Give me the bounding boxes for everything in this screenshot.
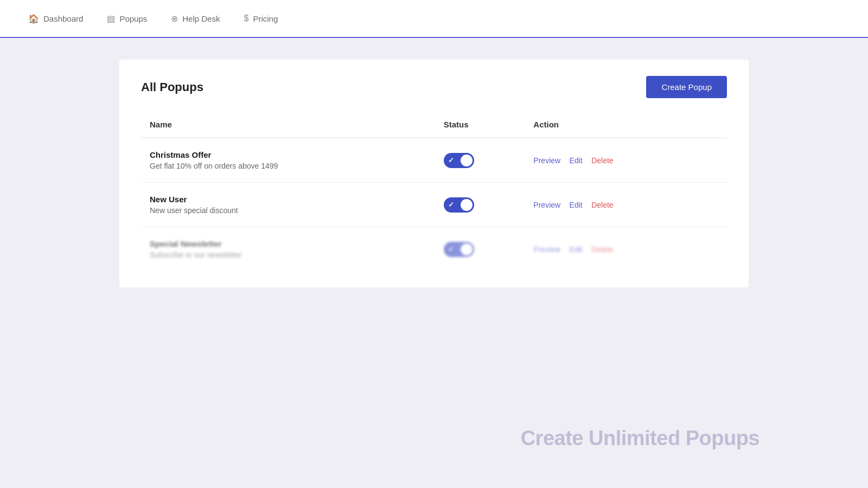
nav-item-dashboard[interactable]: 🏠 Dashboard [16, 0, 95, 37]
toggle-track: ✓ [444, 153, 474, 168]
popup-action-cell: Preview Edit Delete [525, 138, 727, 183]
toggle-thumb [461, 199, 473, 211]
main-content: All Popups Create Popup Name Status Acti… [0, 38, 868, 488]
upsell-text: Create Unlimited Popups [521, 427, 760, 450]
nav-label-pricing: Pricing [253, 14, 278, 23]
popup-description: Get flat 10% off on orders above 1499 [150, 162, 435, 170]
popup-name: New User [150, 195, 435, 204]
toggle-check-icon: ✓ [448, 156, 454, 164]
popup-description: Subscribe to our newsletter [150, 251, 435, 259]
table-row: Christmas Offer Get flat 10% off on orde… [141, 138, 727, 183]
preview-button[interactable]: Preview [533, 156, 560, 165]
popup-status-cell: ✓ [444, 183, 525, 227]
toggle-check-icon: ✓ [448, 201, 454, 209]
popup-status-cell: ✓ [444, 138, 525, 183]
nav-item-popups[interactable]: ▤ Popups [95, 0, 159, 37]
status-toggle[interactable]: ✓ [444, 153, 474, 168]
popup-name: Christmas Offer [150, 150, 435, 159]
delete-button[interactable]: Delete [591, 156, 613, 165]
edit-button[interactable]: Edit [570, 201, 583, 209]
nav-label-dashboard: Dashboard [43, 14, 83, 23]
popup-name: Special Newsletter [150, 239, 435, 248]
delete-button: Delete [591, 245, 613, 254]
popups-table: Name Status Action Christmas Offer Get f… [141, 114, 727, 271]
create-popup-button[interactable]: Create Popup [646, 76, 727, 98]
toggle-track: ✓ [444, 197, 474, 213]
toggle-check-icon: ✓ [448, 245, 454, 253]
popup-name-cell: Special Newsletter Subscribe to our news… [141, 227, 444, 272]
toggle-thumb [461, 155, 473, 166]
status-toggle[interactable]: ✓ [444, 197, 474, 213]
toggle-container: ✓ [444, 242, 516, 257]
popup-name-cell: Christmas Offer Get flat 10% off on orde… [141, 138, 444, 183]
edit-button[interactable]: Edit [570, 156, 583, 165]
preview-button: Preview [533, 245, 560, 254]
table-header-row: Name Status Action [141, 114, 727, 138]
popups-icon: ▤ [107, 14, 115, 24]
nav-item-pricing[interactable]: $ Pricing [232, 0, 290, 37]
card-header: All Popups Create Popup [141, 76, 727, 98]
home-icon: 🏠 [28, 14, 39, 24]
toggle-container: ✓ [444, 153, 516, 168]
popups-card: All Popups Create Popup Name Status Acti… [119, 60, 749, 287]
edit-button: Edit [570, 245, 583, 254]
col-header-status: Status [444, 114, 525, 138]
preview-button[interactable]: Preview [533, 201, 560, 209]
col-header-action: Action [525, 114, 727, 138]
col-header-name: Name [141, 114, 444, 138]
popup-name-cell: New User New user special discount [141, 183, 444, 227]
toggle-container: ✓ [444, 197, 516, 213]
delete-button[interactable]: Delete [591, 201, 613, 209]
nav-label-helpdesk: Help Desk [182, 14, 220, 23]
table-row: New User New user special discount ✓ [141, 183, 727, 227]
nav-bar: 🏠 Dashboard ▤ Popups ⊗ Help Desk $ Prici… [0, 0, 868, 38]
nav-item-helpdesk[interactable]: ⊗ Help Desk [159, 0, 232, 37]
popup-status-cell: ✓ [444, 227, 525, 272]
popup-action-cell: Preview Edit Delete [525, 227, 727, 272]
page-title: All Popups [141, 80, 203, 94]
popup-description: New user special discount [150, 206, 435, 215]
status-toggle: ✓ [444, 242, 474, 257]
popup-action-cell: Preview Edit Delete [525, 183, 727, 227]
toggle-thumb [461, 243, 473, 255]
nav-label-popups: Popups [119, 14, 147, 23]
table-row: Special Newsletter Subscribe to our news… [141, 227, 727, 272]
pricing-icon: $ [244, 14, 248, 23]
toggle-track: ✓ [444, 242, 474, 257]
helpdesk-icon: ⊗ [171, 14, 178, 24]
